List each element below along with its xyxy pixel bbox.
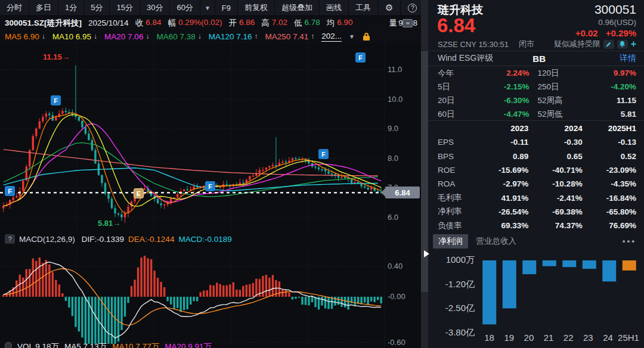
event-marker-F[interactable]: F [51,95,61,105]
edit-pencil-icon[interactable] [603,40,614,49]
performance-grid: 今年2.24%120日9.97%5日-2.15%250日-4.20%20日-6.… [438,66,636,121]
add-to-watchlist-icon[interactable]: + [631,39,636,49]
event-marker-F[interactable]: F [5,186,15,196]
macd-dif-value: DIF:-0.1339 [82,235,124,244]
fin-table-header: 2023 [475,124,528,133]
tab-period-5分[interactable]: 5分 [84,0,110,15]
ma-item-MA250[interactable]: MA250 7.41↑ [265,32,315,41]
divider [428,51,644,51]
barchart-ytick--2.50亿: -2.50亿 [432,303,475,314]
popup-window-icon[interactable]: w [402,19,413,27]
fin-metric-label: EPS [438,138,475,147]
ma-period-selector[interactable]: 202... [321,32,342,42]
ma20-line [4,123,381,206]
esg-rating: BB [532,54,546,64]
barchart-ytick-1000万: 1000万 [432,254,475,266]
volume-label: 量 [389,18,397,29]
fin-metric-value: 69.33% [475,221,528,230]
fin-metric-value: -2.97% [475,179,528,188]
ma-indicator-bar: MA5 6.90↓MA10 6.95↓MA20 7.06↓MA60 7.38↓M… [0,30,421,43]
tab-period-多日[interactable]: 多日 [29,0,58,15]
period-dropdown-icon[interactable]: ▼ [200,0,215,15]
perf-value: 2.24% [467,69,530,77]
macd-chart-canvas[interactable] [0,246,421,348]
barchart-ytick--1.20亿: -1.20亿 [432,279,475,290]
vol-ma-value: MA20 9.91万 [165,341,212,348]
esg-detail-link[interactable]: 详情 [620,53,636,64]
macd-dea-value: DEA:-0.1244 [128,235,174,244]
ma-item-MA60[interactable]: MA60 7.38↓ [156,32,201,41]
tab-period-15分[interactable]: 15分 [110,0,140,15]
ma-dropdown-icon[interactable]: ▼ [349,33,355,40]
perf-value: -6.30% [467,96,530,105]
barchart-canvas [479,250,639,333]
toolbar-button-F9[interactable]: F9 [215,0,238,15]
ma-item-MA20[interactable]: MA20 7.06↓ [104,32,149,41]
event-marker-F[interactable]: F [355,52,366,63]
macd-chart[interactable]: 0.40-0.00-0.60 [0,246,421,348]
quote-bar: 300051.SZ[琏升科技] 2025/10/14 收6.84幅0.29%(0… [0,16,421,30]
ma-item-MA10[interactable]: MA10 6.95↓ [52,32,97,41]
trading-terminal-window: 分时多日1分5分15分30分60分▼F9前复权超级叠加画线工具⚙?› 30005… [0,0,644,348]
ma-item-MA5[interactable]: MA5 6.90↓ [5,32,45,41]
barchart-xtick-21: 21 [538,333,558,343]
quote-field-收: 收6.84 [135,18,162,29]
tab-period-1分[interactable]: 1分 [58,0,84,15]
alert-bell-icon[interactable] [617,40,628,49]
fin-metric-value: -65.80% [583,207,636,216]
volume-field: 量 9 w 8 [389,18,417,29]
main-chart-canvas[interactable] [0,43,421,232]
fin-metric-value: -2.41% [528,194,582,203]
market-status: 闭市 [519,39,534,49]
tab-period-60分[interactable]: 60分 [170,0,200,15]
exchange-currency-time: SZSE CNY 15:30:51 [438,40,509,49]
help-icon[interactable]: ? [5,234,15,244]
holding-restriction-status: 疑似减持受限 [554,39,600,49]
toolbar-button-前复权[interactable]: 前复权 [238,0,275,15]
perf-label: 60日 [438,109,467,120]
event-marker-F[interactable]: F [205,181,215,191]
fin-metric-value: 0.65 [528,152,582,161]
toolbar-button-画线[interactable]: 画线 [320,0,349,15]
collapse-panel-arrow-icon[interactable] [424,250,429,257]
event-marker-F[interactable]: F [318,149,329,159]
fin-table-row-毛利率: 毛利率41.91%-2.41%-16.84% [438,191,636,204]
price-axis-tick-9.0: 9.0 [388,124,398,133]
tab-period-30分[interactable]: 30分 [140,0,170,15]
candlestick-chart[interactable]: 11.010.09.08.07.06.06.8411.15→5.81→FFFFF… [0,43,421,232]
event-marker-E[interactable]: E [134,188,144,198]
price-axis-tick-10.0: 10.0 [388,95,402,104]
toolbar-button-超级叠加[interactable]: 超级叠加 [275,0,320,15]
vol-indicator-icon[interactable] [5,342,12,348]
perf-value: -4.47% [467,110,530,119]
fin-metric-value: -69.38% [528,207,582,216]
settings-gear-icon[interactable]: ⚙ [378,0,401,15]
tab-total-revenue[interactable]: 营业总收入 [476,236,517,247]
fin-metric-label: ROA [438,179,475,188]
stock-info-panel: 琏升科技 300051 6.84 0.96(USD) +0.02 +0.29% … [428,0,644,348]
fin-table-header: 2024 [528,124,582,133]
fin-metric-value: -15.69% [475,166,528,175]
perf-label: 120日 [538,68,575,79]
divider [428,120,644,121]
quote-field-开: 开6.86 [228,18,255,29]
fin-metric-label: 负债率 [438,220,475,231]
quote-fields: 收6.84幅0.29%(0.02)开6.86高7.02低6.78均6.90 [135,18,353,29]
macd-indicator-bar: ? MACD(12,26,9) DIF:-0.1339 DEA:-0.1244 … [0,232,421,246]
tab-period-分时[interactable]: 分时 [0,0,29,15]
macd-title[interactable]: MACD(12,26,9) [19,235,75,244]
quote-field-幅: 幅0.29%(0.02) [168,18,222,29]
price-axis-tick-6.0: 6.0 [388,213,398,222]
toolbar-button-工具[interactable]: 工具 [349,0,378,15]
perf-row: 20日-6.30%52周高11.15 [438,94,636,107]
tab-net-profit[interactable]: 净利润 [433,234,468,248]
price-change: +0.02 [575,28,598,38]
fin-metric-value: 76.69% [583,221,636,230]
lock-icon[interactable] [363,33,370,41]
ma-item-MA120[interactable]: MA120 7.16↑ [209,32,258,41]
volume-indicator-bar: VOL 9.18万MA5 7.13万MA10 7.77万MA20 9.91万 [0,341,421,348]
panel-divider-scrollbar[interactable] [421,0,428,348]
net-profit-bar-chart: 1000万-1.20亿-2.50亿-3.80亿1819202122232425H… [428,250,644,346]
perf-label: 52周低 [538,109,575,120]
more-options-icon[interactable]: ••• [623,237,636,246]
